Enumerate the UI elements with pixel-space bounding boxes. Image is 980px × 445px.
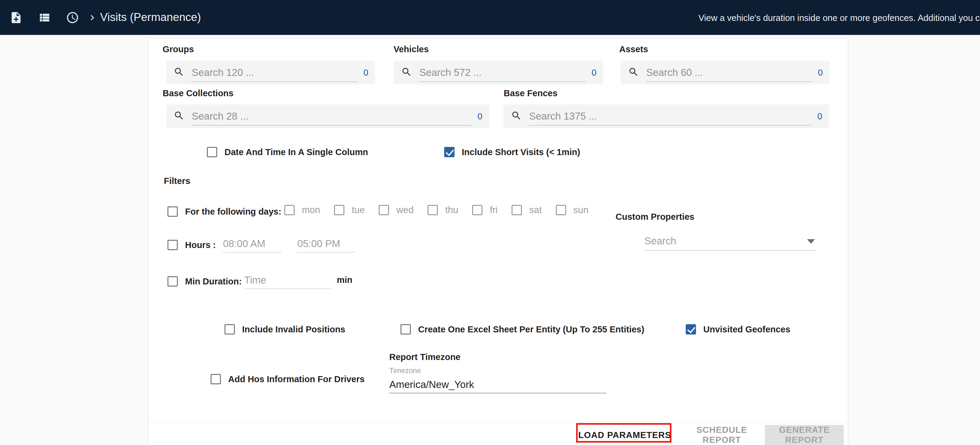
report-parameters-card: Groups Vehicles Assets 0 0 0 Base Collec… [148,39,848,445]
chevron-right-icon [87,12,98,23]
groups-search-box: 0 [166,61,375,85]
weekday-fri: fri [472,204,498,215]
short-visits-label: Include Short Visits (< 1min) [462,147,580,157]
app-window: Visits (Permanence) View a vehicle's dur… [0,0,980,445]
short-visits-checkbox[interactable] [444,147,455,157]
mon-checkbox[interactable] [284,205,294,215]
timezone-field [389,375,606,393]
sat-checkbox[interactable] [512,205,522,215]
clock-icon[interactable] [66,11,79,24]
hours-start-input[interactable] [223,238,281,252]
filters-title: Filters [164,176,190,186]
option-unvisited-geofences: Unvisited Geofences [686,324,791,335]
wed-checkbox[interactable] [379,205,389,215]
invalid-positions-label: Include Invalid Positions [242,324,345,335]
base-collections-search-box: 0 [166,104,489,128]
groups-label: Groups [162,44,194,54]
weekday-tue: tue [334,204,365,215]
weekday-thu: thu [428,204,458,215]
search-icon [173,110,185,122]
search-icon [628,67,639,79]
hours-filter-checkbox[interactable] [167,240,178,250]
fri-checkbox[interactable] [472,205,482,215]
custom-properties-label: Custom Properties [616,212,694,222]
min-duration-toggle: Min Duration: [167,276,242,287]
unvisited-geofences-label: Unvisited Geofences [703,324,791,335]
option-single-column: Date And Time In A Single Column [207,147,368,157]
option-add-hos: Add Hos Information For Drivers [210,374,365,384]
weekday-wed: wed [379,204,414,215]
top-app-bar: Visits (Permanence) View a vehicle's dur… [0,0,980,35]
vehicles-selected-count: 0 [592,68,597,78]
weekday-sat: sat [512,204,542,215]
timezone-field-label: Timezone [389,366,421,375]
base-fences-search-input[interactable] [529,110,811,122]
add-hos-checkbox[interactable] [210,374,221,384]
schedule-report-button[interactable]: SCHEDULE REPORT [676,425,767,445]
vehicles-search-input[interactable] [419,67,585,78]
add-hos-label: Add Hos Information For Drivers [228,374,365,384]
days-filter-label: For the following days: [185,207,281,217]
invalid-positions-checkbox[interactable] [224,324,235,335]
hours-end-input[interactable] [298,238,355,252]
min-duration-checkbox[interactable] [167,276,178,287]
groups-search-input[interactable] [192,67,357,78]
assets-search-input[interactable] [646,67,812,78]
option-short-visits: Include Short Visits (< 1min) [444,147,580,157]
hours-filter-toggle: Hours : [167,240,216,250]
base-fences-selected-count: 0 [818,112,822,121]
hours-start-field [223,235,281,252]
min-duration-unit: min [337,275,353,285]
assets-search-box: 0 [621,61,829,85]
search-icon [401,67,412,79]
custom-properties-dropdown[interactable] [644,231,817,251]
generate-report-button[interactable]: GENERATE REPORT [765,425,844,445]
days-filter-checkbox[interactable] [167,206,178,217]
search-icon [173,67,185,79]
footer-divider [148,423,848,423]
excel-per-entity-checkbox[interactable] [401,324,411,335]
option-invalid-positions: Include Invalid Positions [224,324,345,335]
weekday-mon: mon [284,204,320,215]
thu-checkbox[interactable] [428,205,438,215]
base-collections-label: Base Collections [162,88,234,98]
excel-per-entity-label: Create One Excel Sheet Per Entity (Up To… [418,324,644,335]
single-column-label: Date And Time In A Single Column [224,147,368,157]
assets-selected-count: 0 [818,68,823,78]
option-excel-per-entity: Create One Excel Sheet Per Entity (Up To… [401,324,644,335]
report-timezone-label: Report Timezone [389,352,461,362]
page-title: Visits (Permanence) [100,11,201,24]
hours-filter-label: Hours : [185,240,216,250]
load-parameters-button[interactable]: LOAD PARAMETERS [577,425,673,445]
search-icon [511,110,522,122]
vehicles-search-box: 0 [394,61,603,85]
min-duration-label: Min Duration: [185,276,242,287]
groups-selected-count: 0 [363,68,368,78]
custom-properties-search-input[interactable] [644,235,807,250]
assets-label: Assets [619,44,648,54]
base-collections-search-input[interactable] [192,110,471,122]
view-list-icon[interactable] [38,11,51,24]
sun-checkbox[interactable] [556,205,566,215]
timezone-input[interactable] [389,379,606,393]
min-duration-input[interactable] [244,274,331,289]
dropdown-arrow-icon [807,239,815,244]
base-fences-label: Base Fences [504,88,557,98]
single-column-checkbox[interactable] [207,147,217,157]
days-filter-toggle: For the following days: [167,206,281,217]
base-collections-selected-count: 0 [477,112,482,121]
tue-checkbox[interactable] [334,205,344,215]
base-fences-search-box: 0 [504,104,829,128]
min-duration-field [244,271,331,289]
vehicles-label: Vehicles [393,44,429,54]
weekday-checkbox-group: mon tue wed thu fri sat sun [284,204,589,215]
weekday-sun: sun [556,204,589,215]
note-add-icon[interactable] [10,11,23,24]
unvisited-geofences-checkbox[interactable] [686,324,696,335]
report-description: View a vehicle's duration inside one or … [698,13,980,23]
hours-end-field [298,235,355,252]
